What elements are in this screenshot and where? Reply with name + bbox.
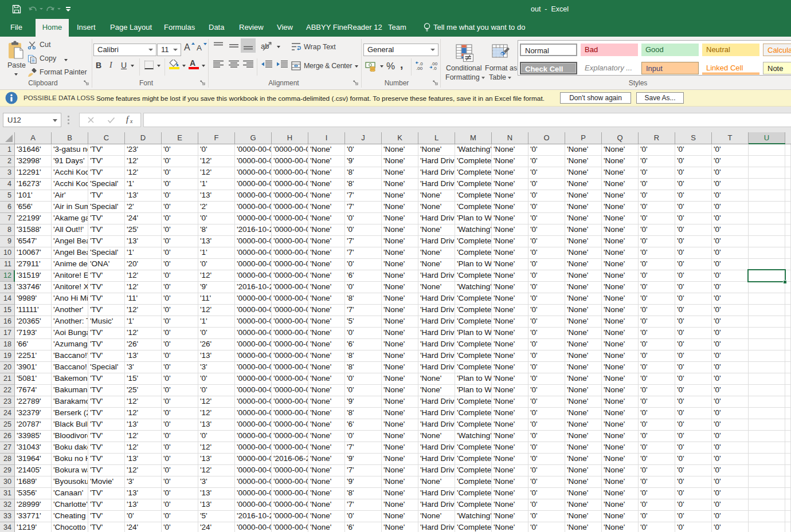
svg-text:.00: .00: [416, 66, 423, 70]
svg-text:.0: .0: [433, 66, 437, 70]
